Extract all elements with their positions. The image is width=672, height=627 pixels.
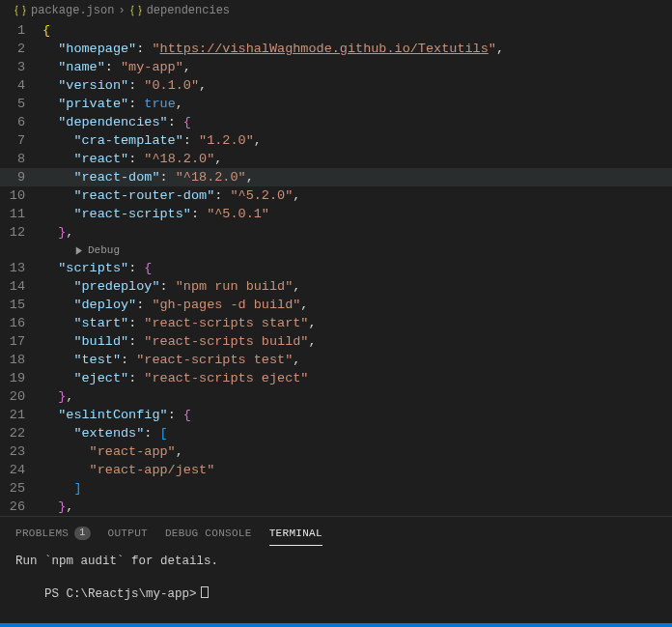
line-number: 8 (0, 150, 42, 168)
code-line[interactable]: 2 "homepage": "https://vishalWaghmode.gi… (0, 40, 672, 58)
code-line[interactable]: 23 "react-app", (0, 442, 672, 461)
line-number: 24 (0, 461, 42, 479)
code-line[interactable]: 3 "name": "my-app", (0, 58, 672, 76)
code-content[interactable]: "react-scripts": "^5.0.1" (42, 205, 269, 223)
code-line[interactable]: 15 "deploy": "gh-pages -d build", (0, 296, 672, 314)
tab-terminal[interactable]: TERMINAL (269, 523, 322, 546)
line-number: 3 (0, 58, 42, 76)
code-content[interactable]: "cra-template": "1.2.0", (42, 131, 262, 150)
code-content[interactable]: { (42, 21, 50, 40)
line-number: 10 (0, 186, 42, 205)
line-number: 17 (0, 332, 42, 351)
code-line[interactable]: 5 "private": true, (0, 95, 672, 113)
line-number: 25 (0, 479, 42, 498)
code-line[interactable]: 14 "predeploy": "npm run build", (0, 277, 672, 296)
code-line[interactable]: 24 "react-app/jest" (0, 461, 672, 479)
line-number: 13 (0, 259, 42, 277)
code-line[interactable]: 4 "version": "0.1.0", (0, 76, 672, 95)
code-content[interactable]: "react-router-dom": "^5.2.0", (42, 186, 300, 205)
code-content[interactable]: "eslintConfig": { (42, 406, 191, 424)
code-content[interactable]: "dependencies": { (42, 113, 191, 131)
code-content[interactable]: "build": "react-scripts build", (42, 332, 317, 351)
code-line[interactable]: 13 "scripts": { (0, 259, 672, 277)
code-line[interactable]: 21 "eslintConfig": { (0, 406, 672, 424)
code-line[interactable]: 26 }, (0, 498, 672, 516)
code-line[interactable]: 16 "start": "react-scripts start", (0, 314, 672, 332)
line-number: 12 (0, 223, 42, 242)
code-content[interactable]: "homepage": "https://vishalWaghmode.gith… (42, 40, 504, 58)
code-line[interactable]: 19 "eject": "react-scripts eject" (0, 369, 672, 387)
code-line[interactable]: 7 "cra-template": "1.2.0", (0, 131, 672, 150)
code-line[interactable]: 18 "test": "react-scripts test", (0, 351, 672, 369)
code-line[interactable]: 12 }, (0, 223, 672, 242)
line-number: 5 (0, 95, 42, 113)
json-file-icon (14, 4, 27, 17)
code-line[interactable]: 22 "extends": [ (0, 424, 672, 442)
status-bar[interactable] (0, 623, 672, 627)
code-content[interactable]: "react-dom": "^18.2.0", (42, 168, 254, 186)
code-content[interactable]: "extends": [ (42, 424, 168, 442)
code-content[interactable]: "eject": "react-scripts eject" (42, 369, 308, 387)
line-number: 20 (0, 387, 42, 406)
code-editor[interactable]: 1{2 "homepage": "https://vishalWaghmode.… (0, 21, 672, 516)
line-number: 2 (0, 40, 42, 58)
line-number: 11 (0, 205, 42, 223)
breadcrumb[interactable]: package.json › dependencies (0, 0, 672, 21)
code-content[interactable]: "start": "react-scripts start", (42, 314, 317, 332)
code-line[interactable]: 11 "react-scripts": "^5.0.1" (0, 205, 672, 223)
tab-problems[interactable]: PROBLEMS 1 (15, 523, 91, 546)
line-number: 9 (0, 168, 42, 186)
code-content[interactable]: }, (42, 223, 73, 242)
problems-badge: 1 (74, 527, 90, 540)
line-number: 4 (0, 76, 42, 95)
line-number: 16 (0, 314, 42, 332)
code-content[interactable]: ] (42, 479, 82, 498)
code-content[interactable]: "scripts": { (42, 259, 152, 277)
code-content[interactable]: "react-app/jest" (42, 461, 214, 479)
code-line[interactable]: 10 "react-router-dom": "^5.2.0", (0, 186, 672, 205)
code-content[interactable]: "name": "my-app", (42, 58, 191, 76)
line-number: 6 (0, 113, 42, 131)
code-content[interactable]: "private": true, (42, 95, 183, 113)
terminal-prompt[interactable]: PS C:\Reactjs\my-app> (15, 570, 657, 619)
breadcrumb-file[interactable]: package.json (31, 4, 114, 17)
code-content[interactable]: "test": "react-scripts test", (42, 351, 300, 369)
code-line[interactable]: 17 "build": "react-scripts build", (0, 332, 672, 351)
terminal-cursor (201, 586, 209, 598)
code-line[interactable]: 1{ (0, 21, 672, 40)
json-object-icon (129, 4, 143, 17)
code-content[interactable]: "deploy": "gh-pages -d build", (42, 296, 308, 314)
debug-codelens[interactable]: Debug (0, 242, 672, 259)
code-content[interactable]: }, (42, 498, 73, 516)
line-number: 19 (0, 369, 42, 387)
code-line[interactable]: 6 "dependencies": { (0, 113, 672, 131)
tab-debug-console[interactable]: DEBUG CONSOLE (165, 523, 252, 546)
code-content[interactable]: "version": "0.1.0", (42, 76, 207, 95)
code-line[interactable]: 20 }, (0, 387, 672, 406)
line-number: 15 (0, 296, 42, 314)
line-number: 7 (0, 131, 42, 150)
line-number: 14 (0, 277, 42, 296)
breadcrumb-separator: › (118, 4, 125, 17)
line-number: 21 (0, 406, 42, 424)
code-line[interactable]: 8 "react": "^18.2.0", (0, 150, 672, 168)
breadcrumb-node[interactable]: dependencies (147, 4, 230, 17)
code-content[interactable]: "predeploy": "npm run build", (42, 277, 300, 296)
line-number: 18 (0, 351, 42, 369)
code-content[interactable]: "react-app", (42, 442, 183, 461)
code-content[interactable]: "react": "^18.2.0", (42, 150, 222, 168)
panel-tabs: PROBLEMS 1 OUTPUT DEBUG CONSOLE TERMINAL (0, 516, 672, 546)
line-number: 22 (0, 424, 42, 442)
terminal-output-line: Run `npm audit` for details. (15, 554, 657, 570)
line-number: 23 (0, 442, 42, 461)
line-number: 26 (0, 498, 42, 516)
tab-output[interactable]: OUTPUT (108, 523, 148, 546)
code-line[interactable]: 9 "react-dom": "^18.2.0", (0, 168, 672, 186)
terminal[interactable]: Run `npm audit` for details. PS C:\React… (0, 546, 672, 623)
code-line[interactable]: 25 ] (0, 479, 672, 498)
line-number: 1 (0, 21, 42, 40)
code-content[interactable]: }, (42, 387, 73, 406)
